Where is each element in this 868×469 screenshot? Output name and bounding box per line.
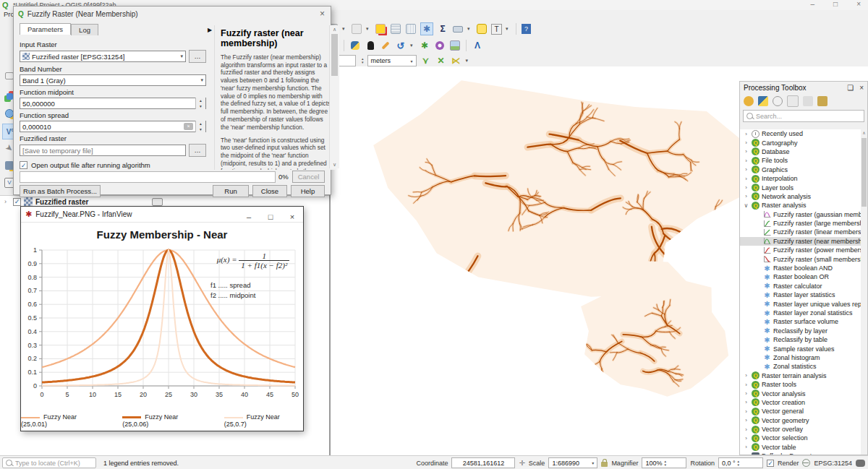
processing-toolbox-toggle-icon[interactable]: ✱ <box>420 22 433 35</box>
field-calculator-icon[interactable] <box>405 23 417 35</box>
chevron-down-icon[interactable]: ∨ <box>743 202 749 209</box>
snapping-tolerance-spinner[interactable]: ▴▾ <box>362 57 364 64</box>
chevron-right-icon[interactable]: › <box>743 158 749 164</box>
plugin-manager-icon[interactable] <box>434 40 446 51</box>
units-combo[interactable]: meters▾ <box>367 55 417 66</box>
chevron-right-icon[interactable]: › <box>743 390 749 397</box>
close-icon[interactable]: × <box>856 0 861 10</box>
band-combo[interactable]: Band 1 (Gray) ▾ <box>20 74 206 86</box>
chevron-right-icon[interactable]: › <box>743 408 749 415</box>
remove-selection-icon[interactable] <box>375 23 386 35</box>
spread-spinbox[interactable]: 0,000010 × ▴▾ <box>20 121 206 132</box>
input-raster-browse-button[interactable]: … <box>189 50 206 63</box>
chevron-right-icon[interactable]: › <box>743 372 749 379</box>
toolbox-scrollbar[interactable]: ∧ <box>861 129 867 455</box>
toolbox-algorithm[interactable]: ✱Raster layer unique values report <box>740 299 861 308</box>
scroll-up-icon[interactable]: ∧ <box>861 129 867 137</box>
toolbox-algorithm[interactable]: Fuzzify raster (gaussian membership) <box>740 210 861 219</box>
snap-segment-icon[interactable]: ✕ <box>435 55 447 66</box>
chevron-right-icon[interactable]: › <box>743 184 749 191</box>
layer-visibility-checkbox[interactable]: ✓ <box>13 198 21 206</box>
help-scrollbar[interactable]: ∧ ∨ <box>329 25 339 168</box>
toolbox-group[interactable]: ›QVector selection <box>740 434 861 442</box>
toolbox-algorithm[interactable]: ✱Zonal histogram <box>740 353 861 362</box>
help-collapse-icon[interactable]: ▶ <box>208 27 212 33</box>
toolbox-group-raster-analysis[interactable]: ∨QRaster analysis <box>740 201 861 210</box>
chevron-right-icon[interactable]: › <box>743 131 749 137</box>
locate-input[interactable]: Type to locate (Ctrl+K) <box>2 457 96 468</box>
scripts-icon[interactable] <box>758 96 768 106</box>
crs-globe-icon[interactable] <box>802 459 810 467</box>
chevron-right-icon[interactable]: › <box>743 444 749 450</box>
toolbox-group[interactable]: ›QVector creation <box>740 398 861 407</box>
toolbox-algorithm[interactable]: ✱Sample raster values <box>740 344 861 353</box>
toolbox-group[interactable]: ›Recently used <box>740 129 861 138</box>
render-checkbox[interactable]: ✓ <box>767 460 774 467</box>
toolbox-algorithm[interactable]: Fuzzify raster (large membership) <box>740 219 861 228</box>
irfanview-titlebar[interactable]: ✱ Fuzzify_Near.PNG - IrfanView – □ × <box>21 207 303 223</box>
options-wrench-icon[interactable] <box>817 96 827 106</box>
crs-code[interactable]: EPSG:31254 <box>814 460 852 467</box>
scale-combo[interactable]: 1:686990▾ <box>548 457 597 468</box>
toolbox-group[interactable]: ›QVector analysis <box>740 389 861 397</box>
close-icon[interactable]: × <box>281 210 303 225</box>
messages-bubble-icon[interactable] <box>856 460 865 467</box>
toolbox-algorithm[interactable]: ✱Raster calculator <box>740 282 861 291</box>
deselect-icon[interactable] <box>351 23 362 35</box>
toolbox-group[interactable]: ›QInterpolation <box>740 174 861 183</box>
snapping-dropdown-icon[interactable]: ▾ <box>466 58 471 64</box>
toolbox-group[interactable]: ›QRaster terrain analysis <box>740 371 861 380</box>
toolbox-group[interactable]: ›QVector overlay <box>740 425 861 434</box>
toolbox-algorithm[interactable]: ✱Raster surface volume <box>740 317 861 326</box>
toolbox-group[interactable]: ›QGraphics <box>740 165 861 174</box>
extent-icon[interactable]: ✛ <box>519 459 524 467</box>
toolbox-group[interactable]: ›Buffer by Percentage <box>740 452 861 455</box>
batch-process-button[interactable]: Run as Batch Process... <box>20 185 101 197</box>
chevron-right-icon[interactable]: › <box>743 382 749 388</box>
scrollbar-thumb[interactable] <box>861 138 867 207</box>
toolbox-algorithm[interactable]: ✱Raster layer statistics <box>740 291 861 299</box>
chevron-right-icon[interactable]: › <box>743 176 749 182</box>
rotation-spinbox[interactable]: 0,0 °▴▾ <box>718 457 763 468</box>
scrollbar-thumb[interactable] <box>331 34 338 76</box>
snap-intersection-icon[interactable]: ⋉ <box>451 55 462 66</box>
undo-icon[interactable]: ↺ <box>395 40 407 51</box>
minimize-icon[interactable]: – <box>238 210 260 225</box>
spinner-buttons[interactable]: ▴▾ <box>195 121 205 132</box>
toolbox-group[interactable]: ›QRaster tools <box>740 380 861 389</box>
toolbox-group[interactable]: ›QCartography <box>740 138 861 147</box>
coordinate-input[interactable]: 24581,161612 <box>451 457 515 468</box>
toolbox-algorithm[interactable]: Fuzzify raster (linear membership) <box>740 228 861 236</box>
deselect-dropdown-icon[interactable]: ▾ <box>366 26 371 32</box>
chevron-right-icon[interactable]: › <box>743 193 749 199</box>
toolbox-search-input[interactable]: Search... <box>743 110 864 122</box>
help-contents-icon[interactable]: ? <box>522 24 531 34</box>
results-viewer-icon[interactable] <box>787 95 799 107</box>
close-button[interactable]: Close <box>252 185 287 197</box>
tab-log[interactable]: Log <box>71 24 98 35</box>
toolbox-group[interactable]: ›QDatabase <box>740 147 861 156</box>
osm-edit-icon[interactable] <box>380 40 391 51</box>
help-button[interactable]: Help <box>291 185 325 197</box>
magnifier-spinbox[interactable]: 100%▴▾ <box>642 457 686 468</box>
toolbox-algorithm[interactable]: ✱Zonal statistics <box>740 362 861 371</box>
history-icon[interactable] <box>773 96 783 106</box>
toolbox-group[interactable]: ›QNetwork analysis <box>740 192 861 201</box>
measure-icon[interactable] <box>452 23 464 35</box>
undo-dropdown-icon[interactable]: ▾ <box>410 43 415 48</box>
map-tips-icon[interactable] <box>476 23 488 35</box>
measure-dropdown-icon[interactable]: ▾ <box>467 26 472 32</box>
chevron-right-icon[interactable]: › <box>743 148 749 155</box>
toolbox-algorithm[interactable]: ✱Raster boolean OR <box>740 272 861 281</box>
chevron-right-icon[interactable]: › <box>743 426 749 433</box>
toolbox-group[interactable]: ›QFile tools <box>740 156 861 165</box>
scroll-up-icon[interactable]: ∧ <box>330 25 339 33</box>
open-output-checkbox[interactable]: ✓ <box>20 161 27 169</box>
toolbox-group[interactable]: ›QVector general <box>740 407 861 416</box>
layer-expand-icon[interactable]: › <box>4 198 10 205</box>
clear-value-icon[interactable]: × <box>184 123 193 130</box>
toolbox-group[interactable]: ›QLayer tools <box>740 183 861 192</box>
georeferencer-icon[interactable] <box>449 40 461 51</box>
midpoint-spinbox[interactable]: 50,000000 ▴▾ <box>20 98 206 109</box>
toolbox-algorithm[interactable]: Fuzzify raster (power membership) <box>740 246 861 254</box>
